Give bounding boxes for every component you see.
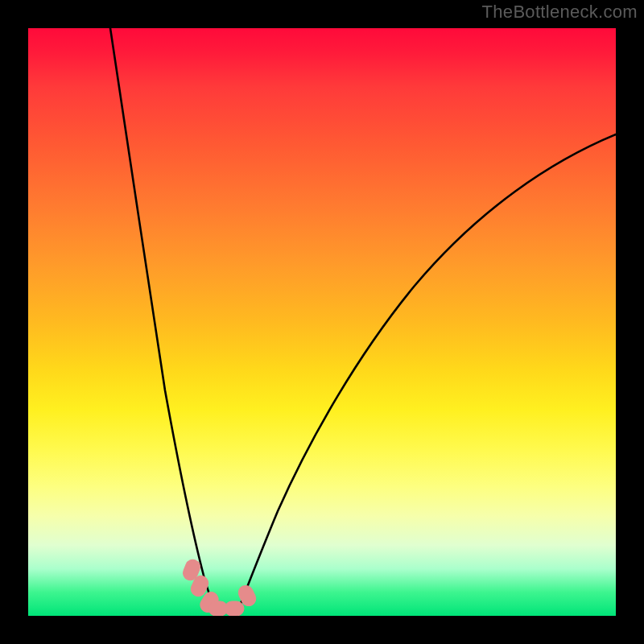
right-curve xyxy=(236,134,616,616)
marker xyxy=(225,601,244,616)
marker-group xyxy=(181,558,258,616)
chart-frame: TheBottleneck.com xyxy=(0,0,644,644)
plot-area xyxy=(28,28,616,616)
watermark: TheBottleneck.com xyxy=(482,2,638,23)
left-curve xyxy=(110,28,218,616)
curve-svg xyxy=(28,28,616,616)
